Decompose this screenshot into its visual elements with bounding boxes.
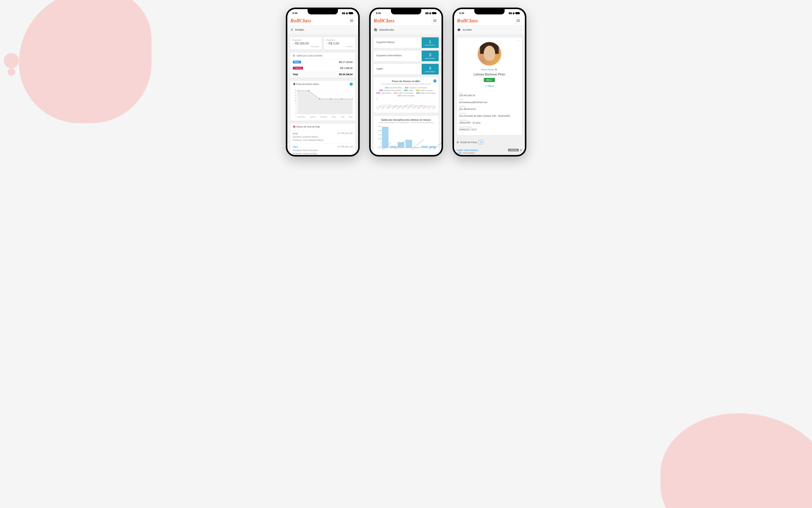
- legend-item[interactable]: Inglês Intermediário: [416, 92, 436, 94]
- books-icon: 📚: [374, 28, 377, 32]
- graduation-icon: 🎓: [293, 83, 296, 85]
- signal-icon: [425, 12, 428, 14]
- info-value: 339.943.908-34: [459, 94, 520, 97]
- clock-icon: 🕐: [337, 145, 340, 148]
- back-icon[interactable]: ←: [519, 29, 522, 32]
- clock-icon: 🕐: [337, 132, 340, 134]
- info-label: Telefone: [459, 105, 520, 108]
- saldo-disc-chart: Saldo por disciplina dos últimos 12 mese…: [373, 116, 439, 155]
- battery-icon: [515, 12, 520, 14]
- help-icon[interactable]: ?: [350, 83, 353, 86]
- phone-aluno: 8:30 ◉ RollClass 🎓 ALUNO ← ⋯ Alterar Ava…: [452, 8, 526, 157]
- pencil-icon: ✎: [485, 85, 487, 87]
- svg-point-1: [308, 90, 309, 91]
- legend-item[interactable]: Inglês: [404, 89, 413, 91]
- section-title: DISCIPLINA: [379, 29, 394, 31]
- signal-icon: [342, 12, 345, 14]
- info-label: Email: [459, 99, 520, 100]
- arrow-up-icon: ↑: [326, 42, 327, 45]
- fluxo-mes-chart: ? Fluxo de Alunos no Mês Alunos diferent…: [373, 77, 439, 113]
- brand-logo[interactable]: RollClass: [374, 17, 395, 24]
- status-dropdown[interactable]: Ativo: [484, 78, 495, 82]
- finance-receive-card[interactable]: Financeiro ↓R$ 558,00 A RECEBER: [290, 37, 322, 50]
- chart-legend: Espanhol BásicoEspanhol ConversaçãoEspan…: [376, 87, 436, 97]
- grade-section: ⊞Grade de Aulas+ Inglês Intermediário In…: [457, 137, 522, 155]
- legend-item[interactable]: Espanhol Intermediário: [379, 89, 401, 91]
- bank-icon: 🏛: [293, 54, 295, 57]
- delete-icon[interactable]: 🗑: [520, 149, 522, 152]
- legend-item[interactable]: Inglês Conversação: [394, 92, 413, 94]
- menu-button[interactable]: [514, 17, 522, 24]
- info-label: Data de cadastro: [459, 126, 520, 128]
- account-row[interactable]: BancoR$ 27.103,54: [290, 59, 355, 65]
- info-value: 29/04/1990 - 32 anos: [459, 122, 520, 124]
- wifi-icon: ◉: [429, 12, 431, 14]
- status-time: 8:30: [292, 12, 298, 14]
- info-label: CPF: [459, 92, 520, 94]
- avatar[interactable]: [477, 42, 502, 66]
- archived-badge: Arquivada: [508, 149, 519, 152]
- monitor-icon: 🖥: [290, 28, 294, 32]
- edit-link[interactable]: ✎Alterar: [459, 85, 520, 87]
- diary-item[interactable]: OM1🕐 8:00 até 9:19 Disciplina: Minha Dis…: [290, 143, 355, 155]
- section-title: PAINEL: [295, 29, 305, 31]
- wifi-icon: ◉: [346, 12, 348, 14]
- delete-avatar-icon[interactable]: 🗑: [495, 68, 497, 71]
- grid-icon: ⊞: [457, 141, 459, 143]
- finance-pay-card[interactable]: Financeiro ↑R$ 0,00 A PAGAR: [324, 37, 356, 50]
- student-name: Larissa Barbosa Pinto: [459, 73, 520, 76]
- change-avatar-link[interactable]: Alterar Avatar: [482, 69, 494, 71]
- info-value: 04/08/2017 15:47: [459, 128, 520, 131]
- battery-icon: [432, 12, 436, 14]
- diary-item[interactable]: teste🕐 0:00 até 3:00 Disciplina: Espanho…: [290, 130, 355, 143]
- legend-item[interactable]: Espanhol Básico: [385, 87, 402, 89]
- section-title: ALUNO: [463, 29, 472, 31]
- signal-icon: [509, 12, 512, 14]
- info-value: lari.barbosa.p@hotmail.com: [459, 101, 520, 103]
- discipline-item[interactable]: Espanhol Intermediário 3alunos ativos: [373, 50, 439, 61]
- brand-logo[interactable]: RollClass: [290, 17, 311, 24]
- balance-card: 🏛Saldo por Conta Corrente BancoR$ 27.103…: [290, 52, 356, 78]
- arrow-down-icon: ↓: [292, 42, 294, 45]
- add-grade-button[interactable]: +: [479, 140, 483, 144]
- diary-card: 📚 Diários de Aula de Hoje teste🕐 0:00 at…: [290, 123, 356, 155]
- svg-point-4: [341, 98, 342, 100]
- info-value: (51) 98226-0222: [459, 108, 520, 111]
- legend-item[interactable]: Inglês Básico: [376, 92, 391, 94]
- graduation-icon: 🎓: [457, 28, 461, 32]
- legend-item[interactable]: Inglês Avançado: [416, 89, 433, 91]
- discipline-item[interactable]: Espanhol Básico 1alunos ativos: [373, 37, 439, 48]
- menu-button[interactable]: [431, 17, 439, 24]
- svg-point-2: [319, 98, 320, 100]
- brand-logo[interactable]: RollClass: [457, 17, 478, 24]
- info-label: Nascimento: [459, 119, 520, 121]
- more-icon[interactable]: ⋯: [517, 39, 520, 42]
- info-value: Rua Armando de Sales Oliveira, 539 - Teu…: [459, 115, 520, 117]
- phone-painel: 8:30 ◉ RollClass 🖥 PAINEL Financeiro ↓R$…: [286, 8, 360, 157]
- wifi-icon: ◉: [512, 12, 514, 14]
- legend-item[interactable]: Espanhol Conversação: [405, 87, 427, 89]
- menu-button[interactable]: [348, 17, 355, 24]
- profile-card: ⋯ Alterar Avatar 🗑 Larissa Barbosa Pinto…: [457, 37, 522, 135]
- battery-icon: [349, 12, 353, 14]
- fluxo-chart-card: 🎓 Fluxo de Alunos Ativos? 18161412108642…: [290, 81, 356, 121]
- info-label: Endereço: [459, 112, 520, 114]
- status-time: 8:30: [459, 12, 464, 14]
- line-chart: 181614121086420 DezembroJaneiroFevereiro…: [293, 89, 353, 118]
- help-icon[interactable]: ?: [434, 79, 437, 82]
- discipline-item[interactable]: Inglês 3alunos ativos: [373, 64, 439, 75]
- legend-item[interactable]: Minha Disciplina: [398, 95, 415, 97]
- book-icon: 📚: [293, 125, 296, 128]
- svg-point-3: [330, 98, 331, 100]
- status-time: 8:30: [376, 12, 381, 14]
- grade-item[interactable]: Inglês Intermediário Inglês Intermediári…: [457, 147, 522, 155]
- account-row[interactable]: CaixinhaR$ 1.095,00: [290, 65, 355, 71]
- phone-disciplina: 8:30 ◉ RollClass 📚 DISCIPLINA Espanhol B…: [369, 8, 443, 157]
